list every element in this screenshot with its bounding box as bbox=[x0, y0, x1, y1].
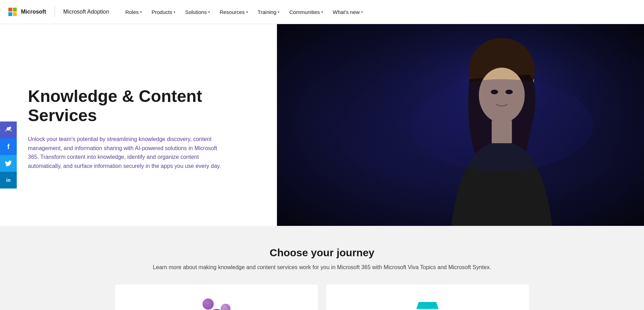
sphere-top bbox=[203, 298, 214, 310]
facebook-share-button[interactable]: f bbox=[0, 138, 17, 155]
hero-description: Unlock your team's potential by streamli… bbox=[28, 135, 224, 170]
syntex-logo-svg bbox=[414, 298, 441, 310]
microsoft-logo bbox=[8, 8, 17, 16]
viva-topics-icon bbox=[203, 298, 230, 310]
svg-point-10 bbox=[410, 79, 594, 171]
brand-divider bbox=[54, 6, 55, 17]
hero-image bbox=[277, 24, 644, 226]
navbar: Microsoft Microsoft Adoption Roles▾ Prod… bbox=[0, 0, 644, 24]
nav-links: Roles▾ Products▾ Solutions▾ Resources▾ T… bbox=[120, 0, 368, 24]
chevron-down-icon: ▾ bbox=[246, 10, 248, 14]
social-sidebar: f in bbox=[0, 121, 17, 189]
linkedin-share-button[interactable]: in bbox=[0, 172, 17, 189]
nav-training[interactable]: Training▾ bbox=[253, 0, 285, 24]
nav-resources[interactable]: Resources▾ bbox=[215, 0, 253, 24]
chevron-down-icon: ▾ bbox=[361, 10, 363, 14]
syntex-card[interactable] bbox=[326, 285, 529, 310]
viva-topics-card[interactable] bbox=[115, 285, 318, 310]
chevron-down-icon: ▾ bbox=[174, 10, 175, 14]
svg-marker-11 bbox=[416, 302, 439, 309]
chevron-down-icon: ▾ bbox=[321, 10, 323, 14]
nav-products[interactable]: Products▾ bbox=[147, 0, 180, 24]
choose-journey-title: Choose your journey bbox=[28, 247, 616, 259]
nav-solutions[interactable]: Solutions▾ bbox=[180, 0, 215, 24]
choose-journey-description: Learn more about making knowledge and co… bbox=[28, 264, 616, 271]
journey-cards bbox=[28, 285, 616, 310]
hero-section: Knowledge & Content Services Unlock your… bbox=[0, 24, 644, 226]
choose-journey-section: Choose your journey Learn more about mak… bbox=[0, 226, 644, 310]
company-name: Microsoft bbox=[21, 9, 46, 15]
brand-logo[interactable]: Microsoft Microsoft Adoption bbox=[8, 6, 109, 17]
nav-communities[interactable]: Communities▾ bbox=[284, 0, 328, 24]
twitter-share-button[interactable] bbox=[0, 155, 17, 172]
hero-left: Knowledge & Content Services Unlock your… bbox=[0, 24, 277, 226]
sphere-right bbox=[221, 304, 230, 310]
syntex-icon bbox=[414, 298, 441, 310]
hero-background bbox=[277, 24, 644, 226]
hero-portrait-svg bbox=[277, 24, 644, 226]
product-name: Microsoft Adoption bbox=[63, 9, 109, 15]
svg-point-1 bbox=[9, 127, 11, 129]
chevron-down-icon: ▾ bbox=[278, 10, 279, 14]
nav-roles[interactable]: Roles▾ bbox=[120, 0, 147, 24]
chevron-down-icon: ▾ bbox=[208, 10, 210, 14]
hero-title: Knowledge & Content Services bbox=[28, 87, 256, 125]
teams-share-button[interactable] bbox=[0, 121, 17, 138]
nav-whats-new[interactable]: What's new▾ bbox=[328, 0, 368, 24]
chevron-down-icon: ▾ bbox=[140, 10, 142, 14]
